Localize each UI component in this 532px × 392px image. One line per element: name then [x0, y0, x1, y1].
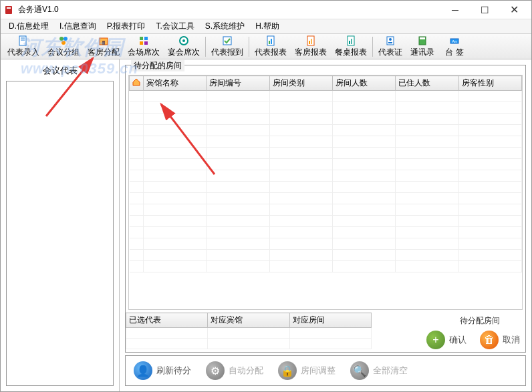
- table-header-roomno[interactable]: 房间编号: [207, 76, 269, 91]
- tool-banquet-seat[interactable]: 宴会席次: [164, 35, 204, 59]
- table-row[interactable]: [130, 102, 522, 114]
- action-right: 待分配房间 + 确认 🗑 取消: [372, 313, 525, 352]
- table-row[interactable]: [126, 339, 372, 349]
- table-row[interactable]: [130, 216, 522, 227]
- room-table-container: 宾馆名称 房间编号 房间类别 房间人数 已住人数 房客性别: [128, 75, 523, 310]
- window-title: 会务通V1.0: [18, 4, 440, 15]
- banquet-icon: [178, 35, 189, 46]
- table-row[interactable]: [126, 328, 372, 339]
- tool-nameplate[interactable]: An台 签: [438, 35, 471, 59]
- confirm-button[interactable]: + 确认: [426, 331, 467, 349]
- svg-rect-12: [140, 41, 143, 45]
- menu-info-process[interactable]: D.信息处理: [3, 19, 54, 33]
- trash-icon: 🗑: [480, 331, 499, 349]
- gear-icon: ⚙: [206, 361, 225, 380]
- tool-room-report[interactable]: 客房报表: [291, 35, 331, 59]
- tool-delegate-badge[interactable]: 代表证: [374, 35, 406, 59]
- svg-text:An: An: [452, 39, 456, 43]
- cancel-button[interactable]: 🗑 取消: [480, 331, 520, 349]
- table-row[interactable]: [130, 125, 522, 136]
- maximize-button[interactable]: ☐: [470, 1, 499, 19]
- room-table[interactable]: 宾馆名称 房间编号 房间类别 房间人数 已住人数 房客性别: [129, 75, 522, 272]
- table-header-gender[interactable]: 房客性别: [458, 76, 521, 91]
- table-row[interactable]: [130, 182, 522, 193]
- table-row[interactable]: [130, 227, 522, 238]
- table-header-hotel[interactable]: 宾馆名称: [144, 76, 207, 91]
- subtable-header-room[interactable]: 对应房间: [289, 313, 371, 328]
- table-row[interactable]: [130, 261, 522, 272]
- table-row[interactable]: [130, 238, 522, 250]
- clear-all-button[interactable]: 🔍 全部清空: [350, 361, 408, 380]
- tool-contacts[interactable]: 通讯录: [406, 35, 438, 59]
- report-icon: [265, 35, 276, 46]
- menu-help[interactable]: H.帮助: [250, 19, 285, 33]
- menu-meeting-tools[interactable]: T.会议工具: [150, 19, 199, 33]
- tool-room-assign[interactable]: 客房分配: [84, 35, 124, 59]
- svg-rect-0: [5, 6, 12, 14]
- tool-delegate-entry[interactable]: 代表录入: [3, 35, 43, 59]
- table-row[interactable]: [130, 114, 522, 125]
- minimize-button[interactable]: ─: [440, 1, 470, 19]
- auto-assign-button[interactable]: ⚙ 自动分配: [206, 361, 263, 380]
- room-adjust-button[interactable]: 🔒 房间调整: [278, 361, 336, 380]
- table-row[interactable]: [130, 204, 522, 216]
- subtable-header-selected[interactable]: 已选代表: [126, 313, 208, 328]
- search-icon: 🔍: [350, 361, 369, 380]
- svg-rect-19: [271, 39, 272, 44]
- table-header-icon[interactable]: [130, 76, 144, 91]
- tool-delegate-report[interactable]: 代表报表: [251, 35, 291, 59]
- table-row[interactable]: [130, 159, 522, 170]
- table-header-roomtype[interactable]: 房间类别: [269, 76, 332, 91]
- table-header-capacity[interactable]: 房间人数: [332, 76, 395, 91]
- toolbar-separator: [372, 37, 373, 57]
- right-panel: 待分配的房间 宾馆名称 房间编号 房间类别 房间人数 已住人数 房客性别: [120, 59, 531, 391]
- group-icon: [58, 35, 69, 46]
- nameplate-icon: An: [449, 35, 460, 46]
- bottom-actions: 👤 刷新待分 ⚙ 自动分配 🔒 房间调整 🔍 全部清空: [125, 355, 526, 386]
- svg-rect-10: [140, 37, 143, 40]
- report-icon: [346, 35, 356, 46]
- delegate-list[interactable]: [6, 81, 114, 386]
- badge-icon: [385, 35, 396, 46]
- toolbar: 代表录入 会议分组 客房分配 会场席次 宴会席次 代表报到 代表报表 客房报表 …: [1, 34, 531, 59]
- svg-rect-30: [420, 37, 425, 39]
- tool-delegate-checkin[interactable]: 代表报到: [207, 35, 247, 59]
- lock-icon: 🔒: [278, 361, 297, 380]
- table-header-occupied[interactable]: 已住人数: [396, 76, 458, 91]
- table-row[interactable]: [130, 193, 522, 204]
- svg-point-7: [61, 41, 65, 45]
- subtable-header-hotel[interactable]: 对应宾馆: [208, 313, 289, 328]
- section-title: 待分配的房间: [131, 60, 184, 71]
- table-row[interactable]: [130, 170, 522, 182]
- toolbar-separator: [249, 37, 249, 57]
- svg-rect-11: [144, 37, 148, 40]
- table-row[interactable]: [130, 250, 522, 261]
- plus-icon: +: [426, 331, 445, 349]
- refresh-button[interactable]: 👤 刷新待分: [134, 361, 191, 380]
- svg-rect-16: [223, 37, 231, 45]
- close-button[interactable]: ✕: [499, 1, 529, 19]
- svg-point-5: [59, 37, 63, 41]
- svg-rect-1: [7, 7, 11, 9]
- tool-dining-report[interactable]: 餐桌报表: [331, 35, 371, 59]
- table-row[interactable]: [130, 91, 522, 102]
- menu-system-maint[interactable]: S.系统维护: [200, 19, 250, 33]
- tool-meeting-group[interactable]: 会议分组: [43, 35, 84, 59]
- titlebar: 会务通V1.0 ─ ☐ ✕: [1, 1, 531, 19]
- svg-rect-18: [269, 41, 270, 44]
- svg-rect-21: [309, 41, 310, 44]
- tool-venue-seat[interactable]: 会场席次: [124, 35, 164, 59]
- left-panel-title: 会议代表: [6, 65, 114, 77]
- selected-table: 已选代表 对应宾馆 对应房间: [126, 313, 372, 352]
- svg-rect-9: [102, 41, 105, 45]
- main-section: 待分配的房间 宾馆名称 房间编号 房间类别 房间人数 已住人数 房客性别: [125, 65, 526, 353]
- table-row[interactable]: [130, 136, 522, 148]
- menu-info-query[interactable]: I.信息查询: [54, 19, 102, 33]
- menu-report-print[interactable]: P.报表打印: [102, 19, 151, 33]
- table-row[interactable]: [130, 148, 522, 159]
- svg-rect-13: [144, 41, 148, 45]
- left-panel: 会议代表: [1, 59, 120, 391]
- pending-label: 待分配房间: [460, 315, 520, 327]
- svg-rect-25: [351, 39, 352, 44]
- document-icon: [18, 35, 29, 46]
